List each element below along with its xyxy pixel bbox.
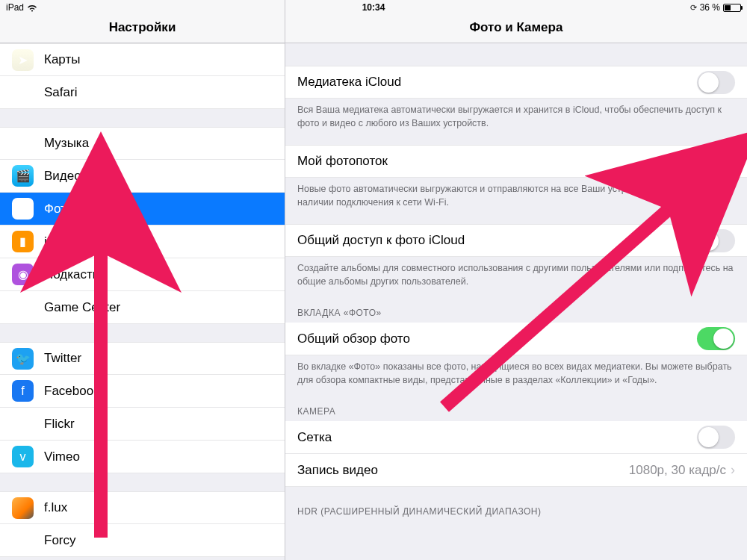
sidebar-item-label: Видео [44,169,273,184]
sidebar-item-label: Карты [44,52,273,67]
sidebar-item-video[interactable]: 🎬Видео [0,160,285,193]
section-header: КАМЕРА [285,402,747,421]
sidebar-item-podcasts[interactable]: ◉Подкасты [0,258,285,291]
sidebar-item-twitter[interactable]: 🐦Twitter [0,342,285,375]
setting-row-grid[interactable]: Сетка [285,421,747,454]
sidebar-item-ibooks[interactable]: ▮iBooks [0,225,285,258]
setting-row-icloud-library[interactable]: Медиатека iCloud [285,66,747,99]
settings-sidebar: Настройки ➤Карты✷Safari♫Музыка🎬Видео✿Фот… [0,0,285,560]
battery-percent: 36 % [700,2,720,13]
switch-photo-stream[interactable] [697,150,735,173]
sidebar-list[interactable]: ➤Карты✷Safari♫Музыка🎬Видео✿Фото и Камера… [0,43,285,560]
sidebar-item-label: Vimeo [44,449,273,464]
setting-label: Запись видео [297,463,629,478]
setting-value: 1080p, 30 кадр/с [629,463,726,478]
orientation-lock-icon: ⟳ [690,3,697,13]
flickr-icon: •• [12,413,34,435]
status-time: 10:34 [0,2,747,13]
settings-detail: Фото и Камера Медиатека iCloudВся Ваша м… [285,0,747,560]
sidebar-item-label: Фото и Камера [44,202,273,217]
sidebar-item-label: Музыка [44,136,273,151]
sidebar-item-maps[interactable]: ➤Карты [0,43,285,76]
switch-summarize[interactable] [697,327,735,350]
sidebar-item-flux[interactable]: f.lux [0,491,285,524]
forcy-icon [12,529,34,551]
sidebar-item-label: Facebook [44,384,273,399]
facebook-icon: f [12,380,34,402]
sidebar-item-label: Game Center [44,300,273,315]
music-icon: ♫ [12,133,34,155]
setting-row-record-video[interactable]: Запись видео1080p, 30 кадр/с› [285,454,747,487]
sidebar-item-label: f.lux [44,500,273,515]
section-footer: Создайте альбомы для совместного использ… [285,257,747,288]
setting-row-photo-stream[interactable]: Мой фотопоток [285,145,747,178]
chevron-right-icon: › [731,462,735,478]
battery-icon [723,4,741,12]
section-header: HDR (РАСШИРЕННЫЙ ДИНАМИЧЕСКИЙ ДИАПАЗОН) [285,502,747,521]
setting-label: Медиатека iCloud [297,75,697,90]
sidebar-item-forcy[interactable]: Forcy [0,524,285,557]
sidebar-item-label: Safari [44,85,273,100]
sidebar-item-facebook[interactable]: fFacebook [0,375,285,408]
vimeo-icon: v [12,446,34,467]
sidebar-item-flickr[interactable]: ••Flickr [0,408,285,441]
sidebar-item-gamecenter[interactable]: ●Game Center [0,291,285,324]
switch-grid[interactable] [697,426,735,449]
video-icon: 🎬 [12,165,34,187]
maps-icon: ➤ [12,49,34,71]
setting-row-summarize[interactable]: Общий обзор фото [285,323,747,355]
sidebar-item-music[interactable]: ♫Музыка [0,127,285,160]
setting-label: Общий обзор фото [297,332,697,346]
setting-label: Сетка [297,430,697,445]
switch-icloud-sharing[interactable] [697,229,735,252]
section-footer: Во вкладке «Фото» показаны все фото, нах… [285,355,747,387]
setting-label: Общий доступ к фото iCloud [297,233,697,248]
sidebar-item-label: Twitter [44,351,273,366]
sidebar-item-label: Flickr [44,417,273,432]
sidebar-item-label: Forcy [44,533,273,548]
status-bar: iPad 10:34 ⟳ 36 % [0,0,747,15]
sidebar-item-vimeo[interactable]: vVimeo [0,441,285,473]
detail-list[interactable]: Медиатека iCloudВся Ваша медиатека автом… [285,43,747,560]
section-footer: Вся Ваша медиатека автоматически выгружа… [285,99,747,130]
setting-label: Мой фотопоток [297,154,697,169]
section-header: ВКЛАДКА «ФОТО» [285,303,747,323]
section-footer: Новые фото автоматически выгружаются и о… [285,178,747,209]
ibooks-icon: ▮ [12,231,34,252]
sidebar-item-label: Подкасты [44,267,273,282]
sidebar-item-safari[interactable]: ✷Safari [0,76,285,109]
sidebar-item-label: iBooks [44,234,273,249]
wifi-icon [27,4,37,11]
flux-icon [12,497,34,519]
twitter-icon: 🐦 [12,348,34,370]
setting-row-icloud-sharing[interactable]: Общий доступ к фото iCloud [285,224,747,257]
gamecenter-icon: ● [12,296,34,318]
device-label: iPad [6,2,24,13]
switch-icloud-library[interactable] [697,71,735,94]
photos-icon: ✿ [12,198,34,220]
sidebar-item-photos[interactable]: ✿Фото и Камера [0,193,285,225]
podcasts-icon: ◉ [12,264,34,285]
safari-icon: ✷ [12,81,34,103]
